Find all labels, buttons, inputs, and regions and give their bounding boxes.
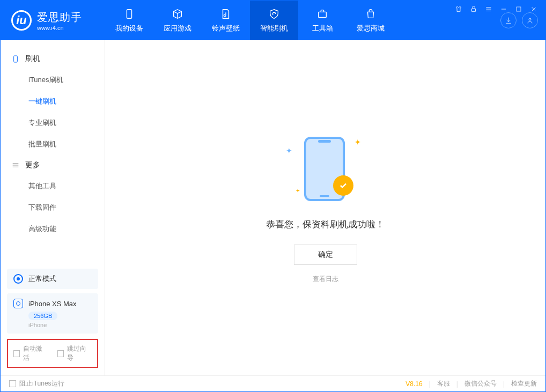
sidebar-item-advanced[interactable]: 高级功能 <box>1 218 105 240</box>
device-type: iPhone <box>28 322 92 328</box>
checkbox-block-itunes[interactable]: 阻止iTunes运行 <box>9 379 64 388</box>
logo-icon: iu <box>11 10 32 31</box>
nav-tabs: 我的设备 应用游戏 铃声壁纸 智能刷机 工具箱 爱思商城 <box>105 1 395 40</box>
checkbox-box-icon <box>9 380 16 387</box>
success-illustration: ✦ ✦ ✦ <box>288 132 363 208</box>
tab-label: 工具箱 <box>312 24 333 33</box>
checkbox-row-highlight: 自动激活 跳过向导 <box>7 339 98 368</box>
checkbox-box-icon <box>57 350 64 357</box>
svg-point-4 <box>529 18 531 20</box>
tab-label: 爱思商城 <box>357 24 385 33</box>
shield-refresh-icon <box>268 8 281 20</box>
separator: | <box>503 380 505 388</box>
tab-apps-games[interactable]: 应用游戏 <box>153 1 202 40</box>
minimize-button[interactable] <box>499 5 508 13</box>
sidebar-group-more: 更多 <box>1 155 105 175</box>
sidebar-item-download-firmware[interactable]: 下载固件 <box>1 197 105 218</box>
app-title: 爱思助手 <box>37 10 82 25</box>
device-name: iPhone XS Max <box>28 300 77 308</box>
sidebar-item-batch-flash[interactable]: 批量刷机 <box>1 134 105 155</box>
phone-icon <box>13 299 23 308</box>
tab-smart-flash[interactable]: 智能刷机 <box>250 1 298 40</box>
app-window: iu 爱思助手 www.i4.cn 我的设备 应用游戏 铃声壁纸 智能刷机 <box>0 0 546 392</box>
svg-rect-2 <box>127 10 131 19</box>
sidebar-item-oneclick-flash[interactable]: 一键刷机 <box>1 91 105 112</box>
body: 刷机 iTunes刷机 一键刷机 专业刷机 批量刷机 更多 其他工具 下载固件 … <box>1 40 545 375</box>
checkbox-label: 自动激活 <box>23 344 48 363</box>
footer-link-support[interactable]: 客服 <box>437 379 450 388</box>
tab-store[interactable]: 爱思商城 <box>346 1 395 40</box>
sidebar-bottom: 正常模式 iPhone XS Max 256GB iPhone 自动激活 <box>1 264 105 375</box>
footer-right: V8.16 | 客服 | 微信公众号 | 检查更新 <box>405 379 537 388</box>
shirt-icon[interactable] <box>454 5 463 13</box>
sidebar-item-pro-flash[interactable]: 专业刷机 <box>1 112 105 134</box>
view-log-link[interactable]: 查看日志 <box>313 275 338 284</box>
tab-toolbox[interactable]: 工具箱 <box>298 1 346 40</box>
app-subtitle: www.i4.cn <box>37 25 82 31</box>
device-card[interactable]: iPhone XS Max 256GB iPhone <box>7 293 98 334</box>
tab-ringtone-wallpaper[interactable]: 铃声壁纸 <box>202 1 250 40</box>
bag-icon <box>364 8 377 20</box>
footer-link-update[interactable]: 检查更新 <box>511 379 537 388</box>
device-icon <box>123 8 136 20</box>
status-dot-icon <box>13 274 23 284</box>
checkbox-skip-guide[interactable]: 跳过向导 <box>57 344 92 363</box>
sparkle-icon: ✦ <box>355 138 361 146</box>
tab-label: 应用游戏 <box>164 24 191 33</box>
ok-button[interactable]: 确定 <box>294 245 357 265</box>
checkbox-auto-activate[interactable]: 自动激活 <box>13 344 48 363</box>
main-content: ✦ ✦ ✦ 恭喜您，保资料刷机成功啦！ 确定 查看日志 <box>105 40 545 375</box>
check-badge-icon <box>333 175 353 196</box>
menu-icon[interactable] <box>484 5 493 13</box>
group-title: 刷机 <box>25 54 40 64</box>
sidebar: 刷机 iTunes刷机 一键刷机 专业刷机 批量刷机 更多 其他工具 下载固件 … <box>1 40 105 375</box>
checkbox-label: 阻止iTunes运行 <box>19 379 64 388</box>
sparkle-icon: ✦ <box>296 188 300 194</box>
lock-icon[interactable] <box>469 5 478 13</box>
tab-label: 铃声壁纸 <box>212 24 240 33</box>
sidebar-item-itunes-flash[interactable]: iTunes刷机 <box>1 69 105 91</box>
maximize-button[interactable] <box>514 5 523 13</box>
tab-label: 我的设备 <box>115 24 143 33</box>
briefcase-icon <box>316 8 329 20</box>
checkbox-label: 跳过向导 <box>67 344 92 363</box>
sidebar-group-flash: 刷机 <box>1 49 105 69</box>
status-label: 正常模式 <box>28 274 56 284</box>
tab-label: 智能刷机 <box>260 24 288 33</box>
footer: 阻止iTunes运行 V8.16 | 客服 | 微信公众号 | 检查更新 <box>1 375 545 391</box>
svg-rect-3 <box>319 12 327 17</box>
version-label: V8.16 <box>405 380 422 388</box>
cube-icon <box>171 8 184 20</box>
user-button[interactable] <box>522 12 538 28</box>
svg-rect-1 <box>517 7 521 11</box>
checkbox-box-icon <box>13 350 20 357</box>
sidebar-item-other-tools[interactable]: 其他工具 <box>1 175 105 197</box>
download-button[interactable] <box>500 12 517 28</box>
svg-rect-0 <box>472 9 476 12</box>
window-controls <box>454 5 538 13</box>
footer-link-wechat[interactable]: 微信公众号 <box>464 379 497 388</box>
logo: iu 爱思助手 www.i4.cn <box>1 1 105 40</box>
separator: | <box>429 380 431 388</box>
device-storage-badge: 256GB <box>28 312 57 320</box>
svg-rect-5 <box>14 56 18 62</box>
music-file-icon <box>219 8 232 20</box>
sparkle-icon: ✦ <box>286 146 292 155</box>
success-message: 恭喜您，保资料刷机成功啦！ <box>266 218 385 231</box>
separator: | <box>456 380 458 388</box>
close-button[interactable] <box>529 5 538 13</box>
status-card[interactable]: 正常模式 <box>7 269 98 289</box>
group-title: 更多 <box>25 160 40 170</box>
tab-my-device[interactable]: 我的设备 <box>105 1 153 40</box>
